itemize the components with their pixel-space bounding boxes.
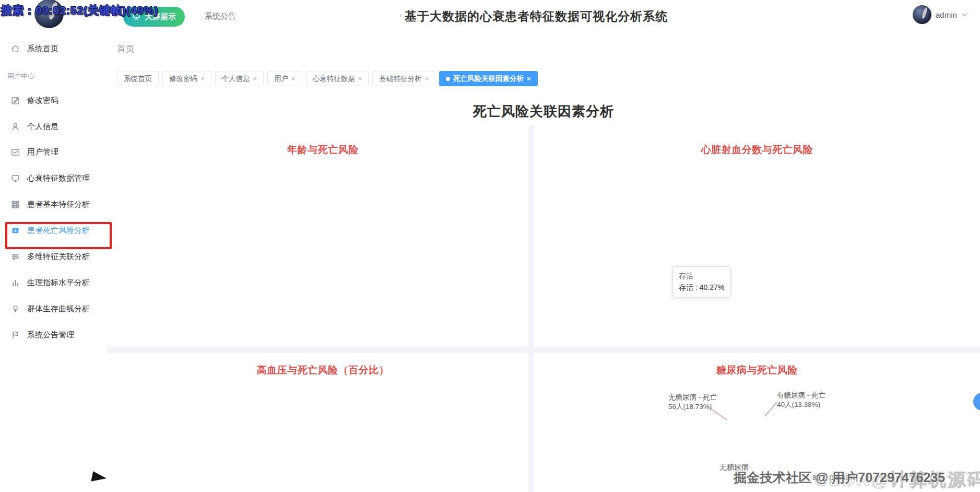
annotation-box xyxy=(5,222,112,249)
active-tab-dot xyxy=(446,77,450,81)
app-title: 基于大数据的心衰患者特征数据可视化分析系统 xyxy=(330,8,742,25)
app-root: 首页 系统首页修改密码×个人信息×用户×心衰特征数据×基础特征分析×死亡风险关联… xyxy=(0,0,980,492)
panel-gutter-vertical-bottom xyxy=(528,353,534,492)
sidebar-section-label: 用户中心 xyxy=(7,72,34,81)
sidebar-item-10[interactable]: 群体生存曲线分析 xyxy=(0,302,107,315)
sidebar-item-3[interactable]: 个人信息 xyxy=(0,120,107,133)
tab-close-icon[interactable]: × xyxy=(358,75,362,82)
sidebar: 系统首页用户中心修改密码个人信息用户管理心衰特征数据管理患者基本特征分析患者死亡… xyxy=(0,34,107,492)
chevron-down-icon xyxy=(961,11,968,18)
bars-icon xyxy=(10,278,20,288)
chart-title-diabetes: 糖尿病与死亡风险 xyxy=(534,364,980,377)
sidebar-item-label: 多维特征关联分析 xyxy=(27,252,90,262)
tab-label: 死亡风险关联因素分析 xyxy=(453,74,524,84)
recording-overlay-text: 搜索：00:02:52(关键帧)(49%) xyxy=(1,3,158,18)
tab-4[interactable]: 心衰特征数据× xyxy=(306,71,369,86)
tab-3[interactable]: 用户× xyxy=(267,71,302,86)
panel-gutter-vertical-top xyxy=(528,125,534,346)
home-icon xyxy=(10,44,20,54)
callout-diabetes-death: 有糖尿病 - 死亡 40人(13.38%) xyxy=(777,391,825,409)
tab-label: 基础特征分析 xyxy=(379,74,421,84)
chart-title-ef: 心脏射血分数与死亡风险 xyxy=(534,143,980,157)
flag-icon xyxy=(10,330,20,340)
tab-2[interactable]: 个人信息× xyxy=(215,71,264,86)
user-icon xyxy=(10,122,20,132)
tab-label: 修改密码 xyxy=(169,74,197,84)
chart-tooltip: 存活 存活 : 40.27% xyxy=(672,266,730,297)
sidebar-item-label: 个人信息 xyxy=(27,122,58,132)
tab-close-icon[interactable]: × xyxy=(424,75,429,82)
sidebar-item-label: 用户管理 xyxy=(27,147,58,157)
monitor-icon xyxy=(10,173,20,183)
sidebar-item-4[interactable]: 用户管理 xyxy=(0,145,107,159)
username: admin xyxy=(936,10,957,19)
tab-close-icon[interactable]: × xyxy=(253,75,257,82)
watermark-primary: 掘金技术社区 @ 用户707297476235 xyxy=(734,469,945,486)
tab-label: 心衰特征数据 xyxy=(313,74,355,84)
sidebar-item-label: 系统公告管理 xyxy=(27,330,74,340)
tab-close-icon[interactable]: × xyxy=(527,75,531,82)
tab-label: 用户 xyxy=(274,74,288,84)
sidebar-item-label: 心衰特征数据管理 xyxy=(27,173,90,183)
tab-label: 系统首页 xyxy=(124,74,152,84)
tab-5[interactable]: 基础特征分析× xyxy=(372,71,435,86)
trend-icon xyxy=(10,147,20,157)
sidebar-item-label: 生理指标水平分析 xyxy=(27,278,90,288)
pie-label-diabetes: 有糖尿病 xyxy=(748,453,777,463)
panel-gutter-horizontal xyxy=(107,346,980,353)
tab-0[interactable]: 系统首页 xyxy=(117,71,159,86)
bulb-icon xyxy=(10,304,20,314)
sidebar-item-8[interactable]: 多维特征关联分析 xyxy=(0,250,107,263)
system-announcement-link[interactable]: 系统公告 xyxy=(205,11,236,21)
tab-label: 个人信息 xyxy=(222,74,250,84)
callout-no-diabetes-death: 无糖尿病 - 死亡 56人(18.73%) xyxy=(668,393,717,411)
tab-close-icon[interactable]: × xyxy=(291,75,296,82)
breadcrumb: 首页 xyxy=(117,43,135,55)
sidebar-item-9[interactable]: 生理指标水平分析 xyxy=(0,276,107,289)
chart-title-age: 年龄与死亡风险 xyxy=(117,143,528,157)
sidebar-item-2[interactable]: 修改密码 xyxy=(0,93,107,107)
tooltip-series: 存活 xyxy=(679,271,724,282)
sidebar-item-label: 群体生存曲线分析 xyxy=(27,304,90,314)
page-title: 死亡风险关联因素分析 xyxy=(107,102,980,121)
tab-close-icon[interactable]: × xyxy=(200,75,205,82)
sliders-icon xyxy=(10,252,20,262)
sidebar-item-label: 修改密码 xyxy=(27,96,58,106)
tooltip-value: 存活 : 40.27% xyxy=(679,282,724,294)
edit-icon xyxy=(10,96,20,106)
tab-bar: 系统首页修改密码×个人信息×用户×心衰特征数据×基础特征分析×死亡风险关联因素分… xyxy=(117,71,538,86)
sidebar-item-label: 患者基本特征分析 xyxy=(27,200,90,209)
user-avatar xyxy=(913,5,931,24)
sidebar-item-5[interactable]: 心衰特征数据管理 xyxy=(0,171,107,185)
sidebar-item-0[interactable]: 系统首页 xyxy=(0,42,107,55)
chart-title-hypertension: 高血压与死亡风险（百分比） xyxy=(117,364,528,377)
user-menu[interactable]: admin xyxy=(913,5,968,24)
grid-icon xyxy=(10,200,20,209)
sidebar-item-11[interactable]: 系统公告管理 xyxy=(0,328,107,342)
tab-6[interactable]: 死亡风险关联因素分析× xyxy=(439,71,538,86)
sidebar-item-6[interactable]: 患者基本特征分析 xyxy=(0,197,107,211)
tab-1[interactable]: 修改密码× xyxy=(162,71,211,86)
sidebar-item-label: 系统首页 xyxy=(27,44,58,54)
